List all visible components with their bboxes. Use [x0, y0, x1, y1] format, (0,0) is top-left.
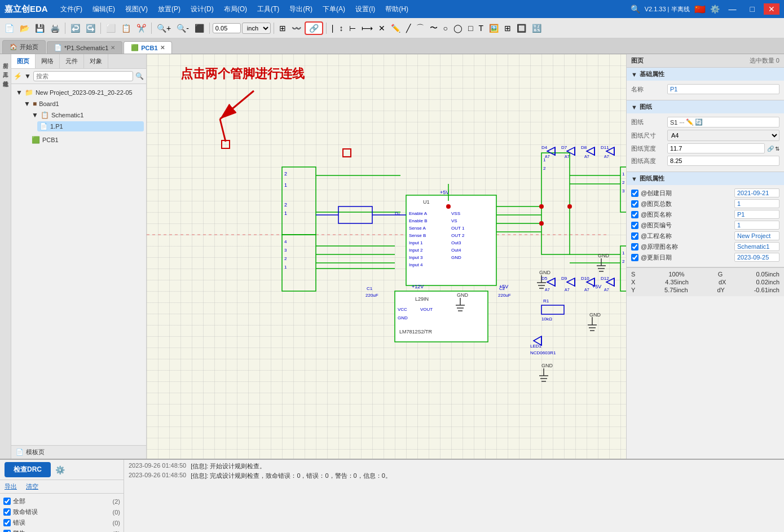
zoom-in-button[interactable]: 🔍+ — [155, 23, 173, 34]
basic-properties-header[interactable]: ▼ 基础属性 — [627, 68, 784, 81]
tab-pcb-close[interactable]: ✕ — [160, 45, 165, 51]
paper-size-select[interactable]: A4 A3 A2 — [667, 130, 779, 141]
spline-button[interactable]: 〜 — [428, 22, 440, 34]
width-swap-icon[interactable]: ⇅ — [775, 146, 779, 152]
paper-width-input[interactable] — [667, 143, 765, 153]
menu-file[interactable]: 文件(F) — [56, 2, 87, 16]
rect-button[interactable]: □ — [466, 23, 475, 34]
tree-pcb1-content[interactable]: 🟩 PCB1 — [29, 135, 144, 145]
circle-button[interactable]: ○ — [441, 23, 450, 34]
tab-schematic-close[interactable]: ✕ — [111, 45, 115, 51]
prop-create-date-check[interactable] — [631, 190, 638, 197]
measure-button[interactable]: ⊢ — [347, 23, 358, 34]
sidebar-library[interactable]: 工具库 — [1, 65, 11, 70]
wire-button[interactable]: 〰️ — [289, 23, 303, 34]
sidebar-optimize[interactable]: 最佳标准化 — [1, 74, 11, 79]
menu-export[interactable]: 导出(R) — [285, 2, 317, 16]
filter-all-check[interactable] — [3, 498, 11, 505]
arrow-button[interactable]: ↕ — [337, 23, 346, 34]
left-tab-nets[interactable]: 网络 — [36, 54, 60, 68]
paper-height-input[interactable] — [667, 156, 779, 166]
print-button[interactable]: 🖨️ — [48, 23, 62, 34]
text-button[interactable]: T — [476, 23, 486, 34]
paper-header[interactable]: ▼ 图纸 — [627, 100, 784, 113]
cross-button[interactable]: ✕ — [376, 23, 387, 34]
menu-help[interactable]: 帮助(H) — [381, 2, 413, 16]
table-button[interactable]: ⊞ — [502, 23, 513, 34]
bus-button[interactable]: ⟼ — [359, 23, 375, 34]
prop-page-count-check[interactable] — [631, 200, 638, 208]
prop-update-date-check[interactable] — [631, 254, 638, 261]
draw-button[interactable]: ╱ — [404, 23, 413, 34]
tree-board1-content[interactable]: ▼ ■ Board1 — [21, 99, 144, 109]
redo-button[interactable]: ↪️ — [83, 23, 98, 34]
refresh-icon[interactable]: 🔄 — [695, 118, 703, 126]
image-button[interactable]: 🖼️ — [487, 23, 501, 34]
zoom-out-button[interactable]: 🔍- — [174, 23, 191, 34]
grid-input[interactable] — [213, 23, 241, 33]
width-link-icon[interactable]: 🔗 — [767, 146, 774, 152]
filter-fatal-check[interactable] — [3, 508, 11, 516]
select-button[interactable]: ⬜ — [104, 23, 118, 34]
menu-tools[interactable]: 工具(T) — [253, 2, 284, 16]
menu-place[interactable]: 放置(P) — [153, 2, 185, 16]
prop-page-num-check[interactable] — [631, 222, 638, 229]
filter-icon[interactable]: ⚡ — [14, 72, 22, 80]
unit-select[interactable]: inch mm mil — [242, 23, 271, 34]
tree-root-content[interactable]: ▼ 📁 New Project_2023-09-21_20-22-05 — [14, 87, 144, 98]
search-filter-icon[interactable]: ▼ — [24, 72, 31, 80]
maximize-button[interactable]: □ — [746, 3, 759, 15]
menu-settings[interactable]: 设置(I) — [351, 2, 380, 16]
zoom-fit-button[interactable]: ⬛ — [192, 23, 206, 34]
tab-schematic[interactable]: 📄 *P1.Schematic1 ✕ — [47, 41, 122, 54]
filter-error-check[interactable] — [3, 519, 11, 526]
ellipse-button[interactable]: ◯ — [451, 23, 465, 34]
pen-button[interactable]: ✏️ — [389, 23, 403, 34]
arc-button[interactable]: ⌒ — [414, 22, 426, 34]
new-button[interactable]: 📄 — [2, 23, 16, 34]
search-icon[interactable]: 🔍 — [135, 72, 144, 80]
tree-p1-content[interactable]: 📄 1.P1 — [37, 121, 144, 131]
snap-button[interactable]: ⊞ — [277, 23, 288, 34]
undo-button[interactable]: ↩️ — [68, 23, 82, 34]
menu-design[interactable]: 设计(D) — [186, 2, 218, 16]
paper-value[interactable]: S1 ··· ✏️ 🔄 — [667, 117, 779, 127]
line-button[interactable]: | — [329, 23, 336, 34]
save-button[interactable]: 💾 — [33, 23, 47, 34]
comp-button[interactable]: 🔲 — [514, 23, 528, 34]
left-tab-components[interactable]: 元件 — [60, 54, 84, 68]
wire-active-button[interactable]: 🔗 — [305, 21, 323, 35]
canvas-area[interactable]: 点击两个管脚进行连线 — [147, 54, 626, 459]
open-button[interactable]: 📂 — [17, 23, 32, 34]
paper-props-header[interactable]: ▼ 图纸属性 — [627, 172, 784, 185]
menu-view[interactable]: 视图(V) — [121, 2, 152, 16]
prop-project-name-check[interactable] — [631, 232, 638, 240]
tree-schematic1-content[interactable]: ▼ 📋 Schematic1 — [29, 110, 144, 120]
menu-layout[interactable]: 布局(O) — [219, 2, 252, 16]
search-input[interactable] — [33, 71, 133, 81]
edit-icon[interactable]: ✏️ — [686, 118, 694, 126]
prop-sch-name-check[interactable] — [631, 243, 638, 250]
sidebar-all-layers[interactable]: 所有层 — [1, 56, 11, 61]
sym-button[interactable]: 🔣 — [530, 23, 544, 34]
template-page-tab[interactable]: 📄 模板页 — [11, 445, 146, 459]
close-button[interactable]: ✕ — [764, 3, 779, 15]
minimize-button[interactable]: — — [724, 3, 741, 15]
bottom-clear-tab[interactable]: 清空 — [26, 482, 38, 491]
tab-home[interactable]: 🏠 开始页 — [2, 40, 46, 54]
menu-order[interactable]: 下单(A) — [318, 2, 350, 16]
prop-page-name-check[interactable] — [631, 211, 638, 218]
bottom-export-tab[interactable]: 导出 — [5, 482, 17, 491]
tab-pcb[interactable]: 🟩 PCB1 ✕ — [124, 41, 171, 54]
filter-warning-check[interactable] — [3, 530, 11, 532]
name-value[interactable]: P1 — [667, 84, 779, 94]
search-icon[interactable]: 🔍 — [631, 5, 640, 14]
gear-icon[interactable]: ⚙️ — [710, 5, 720, 14]
copy-button[interactable]: 📋 — [119, 23, 133, 34]
left-tab-pages[interactable]: 图页 — [11, 54, 36, 68]
settings-icon[interactable]: ⚙️ — [55, 465, 65, 474]
menu-edit[interactable]: 编辑(E) — [88, 2, 120, 16]
check-drc-button[interactable]: 检查DRC — [5, 462, 51, 477]
cut-button[interactable]: ✂️ — [134, 23, 148, 34]
left-tab-objects[interactable]: 对象 — [84, 54, 108, 68]
